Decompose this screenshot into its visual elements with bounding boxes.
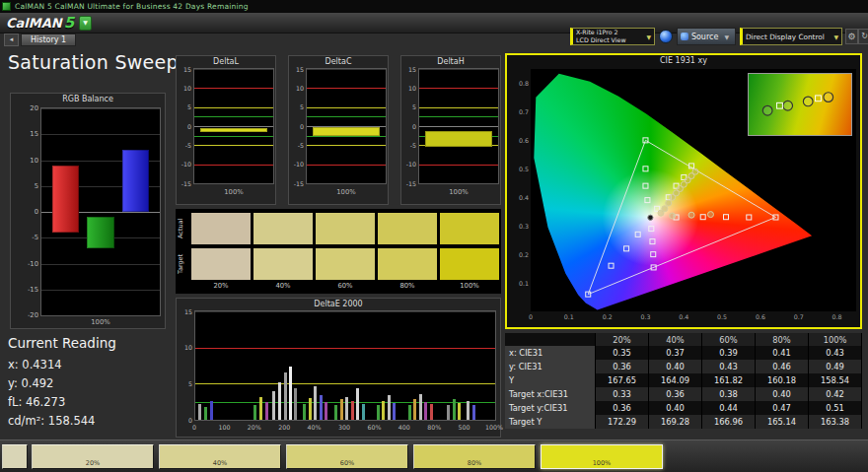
- delta-bar: [313, 127, 379, 136]
- y-tick-label: -5: [185, 142, 191, 149]
- reference-line: [195, 383, 495, 384]
- target-point: [649, 227, 654, 232]
- delta-bar: [425, 131, 491, 147]
- rgb-balance-plot: [40, 107, 161, 316]
- y-tick-label: -15: [294, 180, 304, 187]
- table-header-cell: 40%: [649, 333, 702, 346]
- swatch-row-label-actual: Actual: [177, 213, 189, 244]
- reference-line: [194, 107, 273, 108]
- deltae-bar: [294, 388, 297, 420]
- cie-plot: [531, 69, 856, 311]
- logo-menu-button[interactable]: ▼: [79, 16, 92, 31]
- deltae-bar: [309, 398, 312, 420]
- table-row-label: Y: [505, 373, 596, 387]
- table-cell: 0.36: [596, 401, 649, 415]
- y-tick-label: 0.5: [519, 166, 529, 172]
- y-tick-label: 10: [30, 157, 38, 165]
- target-point: [643, 167, 648, 171]
- deltae-yticks: 151050: [179, 299, 192, 437]
- table-cell: 0.40: [756, 387, 809, 401]
- table-header-row: 20%40%60%80%100%: [505, 333, 866, 346]
- deltae-bar: [284, 372, 287, 420]
- saturation-button-20%[interactable]: 20%: [32, 444, 154, 469]
- y-tick-label: 5: [187, 103, 191, 110]
- reference-line: [194, 165, 273, 166]
- reference-line: [194, 88, 273, 89]
- deltae-bar: [382, 401, 385, 420]
- deltae-bar: [320, 395, 323, 420]
- deltae-chart: DeltaE 2000 151050 010020%20040%30060%40…: [176, 298, 501, 438]
- deltae-bar: [362, 404, 365, 420]
- table-cell: 161.82: [702, 373, 756, 387]
- delta-chart-title: DeltaL: [177, 57, 275, 66]
- saturation-button-60%[interactable]: 60%: [286, 444, 408, 469]
- app-icon: [2, 2, 11, 11]
- inset-target-point: [816, 96, 822, 101]
- display-control-dropdown[interactable]: Direct Display Control ▼: [740, 28, 842, 45]
- calman-window: CalMAN 5 CalMAN Ultimate for Business 42…: [0, 0, 868, 472]
- meter-dropdown[interactable]: X-Rite i1Pro 2 LCD Direct View ▼: [570, 28, 655, 45]
- table-cell: 0.46: [756, 360, 809, 373]
- delta-yticks: 151050-5-10-15: [178, 56, 191, 204]
- cie-zoom-inset: [748, 73, 852, 136]
- target-point: [609, 263, 614, 268]
- x-tick-label: 0.5: [717, 313, 727, 320]
- y-tick-label: -15: [28, 286, 38, 294]
- settings-gear-button[interactable]: ⚙: [845, 29, 858, 44]
- chevron-down-icon: ▼: [83, 20, 88, 26]
- y-tick-label: 20: [30, 104, 38, 112]
- table-cell: 172.29: [596, 415, 649, 429]
- deltae-bar: [430, 404, 433, 420]
- deltae-bar: [388, 395, 391, 420]
- source-label: Source: [691, 33, 718, 41]
- target-point: [645, 198, 650, 203]
- swatch-col-label: 40%: [253, 282, 313, 290]
- table-row-label: Target Y: [505, 415, 596, 429]
- y-tick-label: -15: [181, 180, 191, 187]
- table-cell: 0.38: [702, 387, 756, 401]
- delta-chart-deltal: DeltaL151050-5-10-15100%: [176, 55, 276, 205]
- y-tick-label: -15: [406, 180, 416, 187]
- table-cell: 164.09: [649, 373, 702, 387]
- y-tick-label: 0: [188, 417, 192, 424]
- x-tick-label: 60%: [367, 424, 381, 431]
- y-tick-label: 0.4: [519, 194, 529, 201]
- deltae-xticks: 010020%20040%30060%40080%500100%: [194, 424, 496, 434]
- deltae-bar: [253, 405, 256, 420]
- swatch-col-label: 60%: [316, 282, 375, 290]
- tab-history-1[interactable]: History 1: [21, 34, 76, 46]
- table-cell: 0.41: [756, 346, 809, 360]
- refresh-button[interactable]: ↻: [858, 29, 868, 44]
- table-cell: 169.28: [649, 415, 702, 429]
- inset-target-point: [777, 102, 783, 108]
- gridline: [41, 108, 160, 109]
- deltae-bar: [408, 405, 411, 420]
- y-tick-label: 10: [408, 85, 416, 92]
- target-point: [650, 239, 655, 244]
- swatch-target-20%: [191, 248, 251, 280]
- gridline: [419, 126, 498, 127]
- cie-xticks: 00.10.20.30.40.50.60.70.8: [531, 313, 856, 325]
- saturation-button-80%[interactable]: 80%: [413, 444, 536, 469]
- gridline: [41, 290, 160, 291]
- x-tick-label: 400: [398, 424, 410, 431]
- x-tick-label: 0.7: [794, 313, 804, 320]
- inset-measured-point: [824, 93, 833, 102]
- delta-bar: [200, 128, 266, 133]
- table-row-label: y: CIE31: [505, 360, 596, 373]
- y-tick-label: 0.2: [519, 251, 529, 258]
- saturation-swatch-grid: ActualTarget20%40%60%80%100%: [176, 209, 501, 294]
- rgb-bar-green: [87, 217, 114, 248]
- deltae-bar: [265, 402, 268, 420]
- x-tick-label: 500: [459, 424, 470, 431]
- y-tick-label: 0: [300, 123, 304, 130]
- y-tick-label: -20: [28, 311, 38, 319]
- history-back-button[interactable]: ◂: [4, 34, 19, 46]
- source-dropdown[interactable]: Source ▼: [677, 28, 736, 45]
- deltae-bar: [204, 407, 207, 420]
- chevron-down-icon: ▼: [833, 34, 838, 40]
- saturation-button-100%[interactable]: 100%: [541, 444, 663, 469]
- measured-point: [658, 210, 664, 216]
- table-row-label: Target x:CIE31: [505, 387, 596, 401]
- saturation-button-40%[interactable]: 40%: [159, 444, 281, 469]
